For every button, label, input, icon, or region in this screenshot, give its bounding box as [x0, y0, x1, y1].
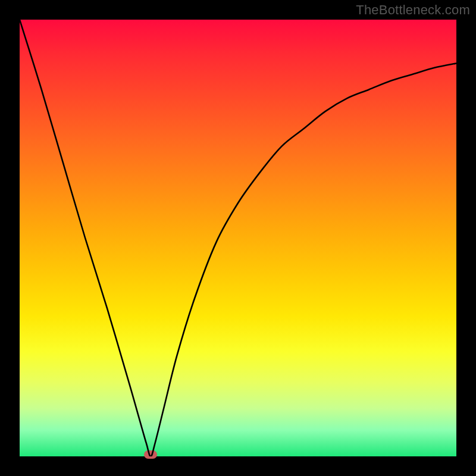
plot-area: [20, 20, 456, 456]
watermark-text: TheBottleneck.com: [356, 2, 470, 18]
bottleneck-curve: [20, 20, 456, 456]
